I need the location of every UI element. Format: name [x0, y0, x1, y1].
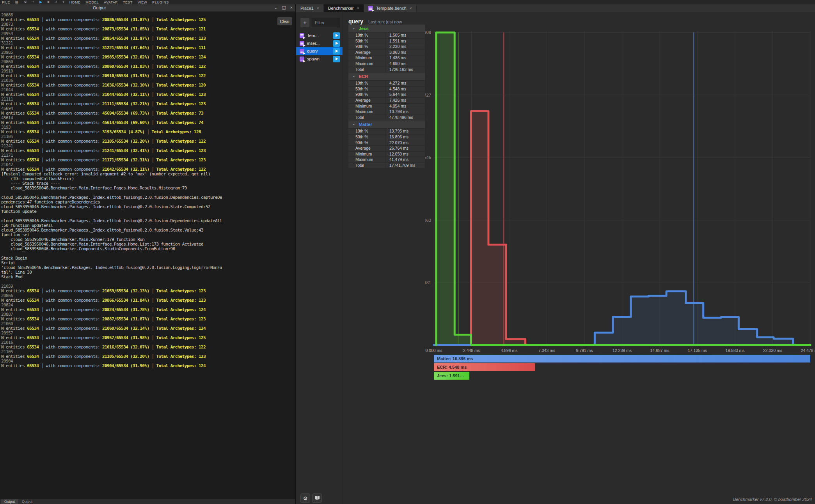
- menubar: FILE ▤⇲↷▶■↺▾HOMEMODELAVATARTESTVIEWPLUGI…: [0, 0, 815, 4]
- svg-text:4.896 ms: 4.896 ms: [501, 348, 517, 353]
- stat-value: 4.548 ms: [385, 87, 406, 92]
- log-line: N entities 65534 │ with common component…: [1, 298, 296, 303]
- log-error-line: cloud_5853950046.Benchmarker.Packages._I…: [1, 228, 296, 233]
- section-name: Matter: [359, 122, 372, 127]
- output-window-buttons: ⌄◱×: [274, 5, 293, 10]
- collapse-icon[interactable]: ⌄: [274, 5, 277, 10]
- script-icon: [300, 33, 304, 38]
- float-icon[interactable]: ◱: [282, 5, 286, 10]
- close-icon[interactable]: ×: [357, 6, 359, 11]
- benchmark-item-label: inser...: [307, 41, 320, 46]
- log-line: N entities 65534 │ with common component…: [1, 130, 296, 134]
- stat-row: 10th %4.272 ms: [348, 81, 425, 87]
- script-icon: [300, 41, 304, 46]
- menu-model[interactable]: MODEL: [85, 0, 99, 4]
- benchmark-item-query[interactable]: query: [296, 47, 343, 55]
- stat-row: Minimum12.050 ms: [348, 152, 425, 157]
- import-icon[interactable]: ⇲: [23, 0, 27, 4]
- run-benchmark-button[interactable]: [333, 48, 340, 55]
- close-icon[interactable]: ×: [410, 6, 412, 11]
- tab-benchmarker[interactable]: Benchmarker×: [324, 4, 364, 12]
- gear-icon: ⚙: [303, 495, 308, 501]
- chevron-down-icon: ⌄: [352, 74, 355, 78]
- chevron-down-icon: ⌄: [352, 122, 355, 126]
- stat-value: 12.050 ms: [385, 152, 408, 157]
- stat-label: Minimum: [348, 104, 385, 109]
- stop-icon[interactable]: ■: [47, 0, 49, 4]
- legend-bar-matter: Matter: 16.896 ms: [434, 355, 810, 363]
- stat-label: Maximum: [348, 61, 385, 67]
- log-line: N entities 65534 │ with common component…: [1, 120, 296, 125]
- log-error-line: cloud_5853950046.Benchmarker.Packages._I…: [1, 205, 296, 209]
- log-line: N entities 65534 │ with common component…: [1, 74, 296, 78]
- stat-value: 5.644 ms: [385, 92, 406, 97]
- stat-value: 1726.163 ms: [385, 67, 413, 73]
- menu-caret-icon[interactable]: ▾: [62, 0, 64, 4]
- clipboard-icon[interactable]: ▤: [15, 0, 19, 4]
- redo-icon[interactable]: ↷: [32, 0, 35, 4]
- svg-text:12.239 ms: 12.239 ms: [613, 348, 632, 353]
- benchmark-item-label: query: [307, 49, 318, 53]
- menu-test[interactable]: TEST: [123, 0, 133, 4]
- stat-value: 4.690 ms: [385, 61, 406, 67]
- run-benchmark-button[interactable]: [333, 56, 340, 62]
- svg-text:2.448 ms: 2.448 ms: [463, 348, 480, 353]
- benchmark-item-spawn[interactable]: spawn: [296, 55, 343, 63]
- tab-place1[interactable]: Place1×: [296, 4, 324, 12]
- stat-label: 50th %: [348, 39, 385, 44]
- stat-label: Maximum: [348, 157, 385, 163]
- stat-label: Average: [348, 98, 385, 103]
- last-run-label: Last run: just now: [368, 19, 402, 24]
- stat-value: 16.896 ms: [385, 134, 408, 140]
- section-header-ecr[interactable]: ⌄ECR: [348, 73, 425, 81]
- tab-template-bench[interactable]: Template.bench×: [364, 4, 417, 12]
- menu-view[interactable]: VIEW: [138, 0, 147, 4]
- stat-label: 50th %: [348, 87, 385, 92]
- legend-bar-ecr: ECR: 4.548 ms: [434, 363, 535, 371]
- stat-label: 10th %: [348, 129, 385, 134]
- svg-text:727: 727: [425, 93, 431, 97]
- close-icon[interactable]: ×: [290, 5, 293, 10]
- close-icon[interactable]: ×: [317, 6, 319, 11]
- play-icon[interactable]: ▶: [39, 0, 42, 4]
- stat-row: 50th %4.548 ms: [348, 87, 425, 92]
- log-error-line: tal', Line 30: [1, 270, 296, 275]
- run-benchmark-button[interactable]: [333, 32, 340, 39]
- stat-value: 4778.496 ms: [385, 115, 413, 120]
- undo-icon[interactable]: ↺: [55, 0, 58, 4]
- section-header-jecs[interactable]: ⌄Jecs: [348, 25, 425, 33]
- filter-input[interactable]: [312, 18, 340, 27]
- benchmark-item-inser[interactable]: inser...: [296, 39, 343, 47]
- run-benchmark-button[interactable]: [333, 40, 340, 47]
- clear-button[interactable]: Clear: [277, 17, 292, 25]
- stat-label: 90th %: [348, 140, 385, 146]
- tab-label: Template.bench: [376, 6, 407, 11]
- chevron-down-icon: ⌄: [352, 26, 355, 30]
- docs-button[interactable]: [312, 493, 322, 503]
- svg-text:0.000 ms: 0.000 ms: [425, 348, 442, 353]
- menu-avatar[interactable]: AVATAR: [104, 0, 118, 4]
- menu-file[interactable]: FILE: [2, 0, 10, 4]
- stat-row: Minimum1.436 ms: [348, 55, 425, 61]
- log-error-line: 'cloud_5853950046.Benchmarker.Packages._…: [1, 265, 296, 270]
- log-line: N entities 65534 │ with common component…: [1, 345, 296, 350]
- log-line: N entities 65534 │ with common component…: [1, 149, 296, 153]
- add-benchmark-button[interactable]: +: [300, 18, 309, 27]
- output-dock-tab[interactable]: Output: [19, 499, 36, 504]
- stat-label: Total: [348, 115, 385, 120]
- output-console[interactable]: 20886N entities 65534 │ with common comp…: [0, 12, 296, 499]
- stat-label: Total: [348, 163, 385, 168]
- settings-button[interactable]: ⚙: [300, 493, 310, 503]
- section-header-matter[interactable]: ⌄Matter: [348, 120, 425, 129]
- panel-divider[interactable]: [295, 4, 296, 504]
- log-line: N entities 65534 │ with common component…: [1, 326, 296, 331]
- benchmark-item-Tem[interactable]: Tem...: [296, 32, 343, 39]
- section-name: ECR: [359, 74, 368, 79]
- stat-value: 1.436 ms: [385, 55, 406, 61]
- menu-plugins[interactable]: PLUGINS: [152, 0, 169, 4]
- stat-label: 50th %: [348, 134, 385, 140]
- output-dock-tab[interactable]: Output: [1, 499, 18, 504]
- svg-text:22.030 ms: 22.030 ms: [763, 348, 782, 353]
- menu-home[interactable]: HOME: [69, 0, 81, 4]
- histogram-chart: 9097275453631810.000 ms2.448 ms4.896 ms7…: [425, 21, 815, 384]
